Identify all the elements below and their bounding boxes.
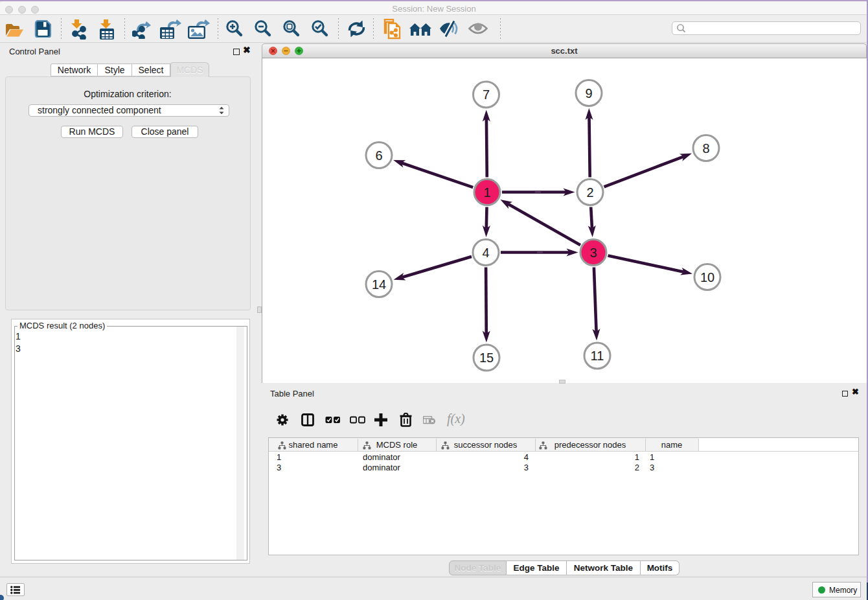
svg-text:11: 11 xyxy=(591,349,604,363)
svg-text:8: 8 xyxy=(702,141,709,156)
svg-text:10: 10 xyxy=(700,270,714,284)
svg-text:15: 15 xyxy=(479,351,494,365)
svg-text:3: 3 xyxy=(589,246,597,260)
svg-text:2: 2 xyxy=(586,185,593,200)
svg-text:6: 6 xyxy=(375,148,382,163)
svg-text:7: 7 xyxy=(483,87,490,102)
svg-text:9: 9 xyxy=(585,86,592,100)
svg-text:1: 1 xyxy=(483,185,490,200)
svg-text:4: 4 xyxy=(482,246,489,260)
svg-text:14: 14 xyxy=(372,277,386,292)
